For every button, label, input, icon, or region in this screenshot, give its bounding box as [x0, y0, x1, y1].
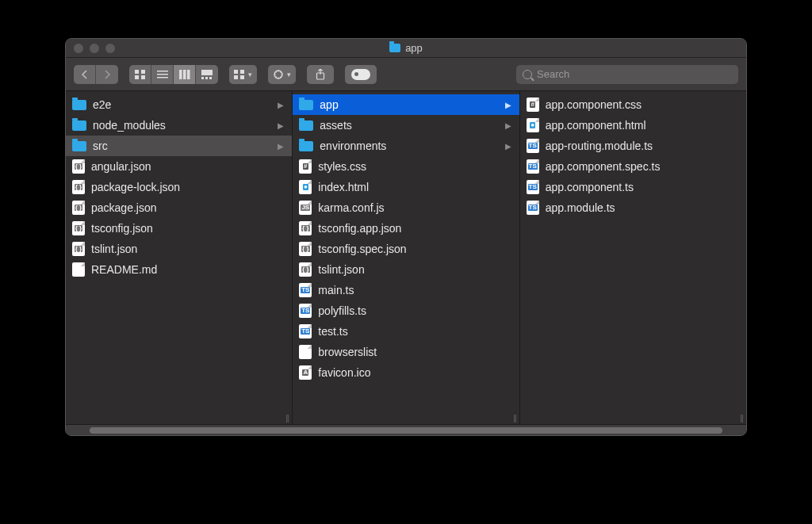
file-icon: JS [299, 201, 312, 215]
file-icon: # [527, 98, 539, 112]
file-row[interactable]: README.md [66, 259, 292, 280]
forward-button[interactable] [96, 65, 118, 84]
file-icon: ● [299, 180, 312, 194]
folder-row[interactable]: assets▶ [293, 115, 519, 136]
file-row[interactable]: browserslist [293, 342, 519, 362]
file-row[interactable]: TSmain.ts [293, 280, 519, 300]
file-row[interactable]: { }tslint.json [293, 259, 519, 280]
svg-rect-16 [234, 75, 238, 79]
column-view-button[interactable] [174, 65, 196, 84]
file-icon: TS [527, 201, 539, 215]
item-label: app.module.ts [546, 201, 615, 214]
item-label: styles.css [318, 160, 366, 173]
item-label: index.html [318, 181, 369, 193]
folder-row[interactable]: environments▶ [293, 136, 519, 156]
column[interactable]: app▶assets▶environments▶#styles.css●inde… [293, 91, 519, 424]
item-label: tsconfig.app.json [318, 222, 401, 235]
item-label: tslint.json [91, 243, 137, 255]
gallery-view-button[interactable] [196, 65, 218, 84]
item-label: node_modules [93, 119, 166, 132]
search-input[interactable] [537, 68, 732, 80]
file-icon: TS [299, 283, 312, 297]
file-row[interactable]: TSapp.component.ts [520, 177, 746, 197]
close-window-button[interactable] [74, 44, 83, 53]
file-icon: { } [299, 262, 312, 277]
file-icon: { } [72, 180, 85, 194]
svg-rect-1 [141, 70, 145, 74]
scrollbar-thumb[interactable] [90, 427, 722, 434]
item-label: README.md [91, 263, 157, 276]
file-row[interactable]: { }tsconfig.app.json [293, 218, 519, 239]
item-label: tsconfig.json [91, 222, 153, 235]
action-group: ▾ [268, 65, 296, 84]
file-icon [72, 262, 85, 277]
file-row[interactable]: { }package.json [66, 197, 292, 218]
file-icon: TS [527, 139, 539, 153]
svg-rect-3 [141, 75, 145, 79]
tags-button[interactable] [345, 65, 377, 84]
search-field[interactable] [516, 65, 738, 84]
column[interactable]: #app.component.css●app.component.htmlTSa… [520, 91, 746, 424]
folder-row[interactable]: app▶ [293, 94, 519, 115]
folder-icon [299, 100, 313, 110]
disclosure-arrow-icon: ▶ [505, 142, 511, 151]
file-row[interactable]: ●index.html [293, 177, 519, 197]
horizontal-scrollbar[interactable] [66, 424, 746, 435]
item-label: test.ts [318, 325, 347, 338]
svg-rect-11 [201, 77, 204, 79]
file-row[interactable]: TSapp.component.spec.ts [520, 156, 746, 177]
column-resize-handle[interactable]: ‖ [285, 414, 290, 423]
file-row[interactable]: TSapp.module.ts [520, 197, 746, 218]
svg-rect-15 [240, 70, 244, 74]
nav-group [74, 65, 118, 84]
disclosure-arrow-icon: ▶ [505, 101, 511, 109]
column[interactable]: e2e▶node_modules▶src▶{ }angular.json{ }p… [66, 91, 293, 424]
file-row[interactable]: TSpolyfills.ts [293, 300, 519, 321]
icon-view-button[interactable] [129, 65, 151, 84]
list-view-button[interactable] [151, 65, 174, 84]
svg-rect-4 [157, 71, 168, 72]
folder-row[interactable]: e2e▶ [66, 94, 292, 115]
file-row[interactable]: #styles.css [293, 156, 519, 177]
file-icon: # [299, 159, 312, 174]
file-row[interactable]: { }angular.json [66, 156, 292, 177]
item-label: browserslist [318, 346, 377, 358]
share-button[interactable] [307, 65, 334, 84]
back-button[interactable] [74, 65, 96, 84]
file-row[interactable]: { }tsconfig.spec.json [293, 239, 519, 259]
action-menu-button[interactable]: ▾ [268, 65, 296, 84]
file-row[interactable]: JSkarma.conf.js [293, 197, 519, 218]
column-resize-handle[interactable]: ‖ [513, 414, 518, 423]
file-row[interactable]: ●app.component.html [520, 115, 746, 136]
zoom-window-button[interactable] [105, 44, 115, 53]
tag-icon [351, 69, 370, 80]
folder-row[interactable]: src▶ [66, 136, 292, 156]
item-label: app.component.html [546, 119, 646, 132]
folder-row[interactable]: node_modules▶ [66, 115, 292, 136]
file-row[interactable]: TSapp-routing.module.ts [520, 136, 746, 156]
chevron-down-icon: ▾ [287, 71, 291, 78]
svg-rect-0 [135, 70, 139, 74]
disclosure-arrow-icon: ▶ [278, 142, 284, 151]
minimize-window-button[interactable] [90, 44, 99, 53]
folder-icon [299, 120, 313, 131]
file-row[interactable]: #app.component.css [520, 94, 746, 115]
file-icon: ● [527, 118, 539, 132]
column-resize-handle[interactable]: ‖ [740, 414, 745, 423]
file-row[interactable]: TStest.ts [293, 321, 519, 342]
folder-icon [389, 44, 400, 52]
finder-window: app [65, 38, 747, 436]
file-row[interactable]: { }tsconfig.json [66, 218, 292, 239]
item-label: angular.json [91, 160, 151, 173]
item-label: main.ts [318, 284, 354, 296]
arrange-button[interactable]: ▾ [229, 65, 257, 84]
file-row[interactable]: { }package-lock.json [66, 177, 292, 197]
folder-icon [72, 100, 86, 110]
item-label: assets [320, 119, 351, 132]
file-icon: { } [299, 221, 312, 235]
file-icon: TS [299, 324, 312, 338]
item-label: polyfills.ts [318, 304, 366, 317]
svg-rect-2 [135, 75, 139, 79]
file-row[interactable]: Afavicon.ico [293, 362, 519, 383]
file-row[interactable]: { }tslint.json [66, 239, 292, 259]
